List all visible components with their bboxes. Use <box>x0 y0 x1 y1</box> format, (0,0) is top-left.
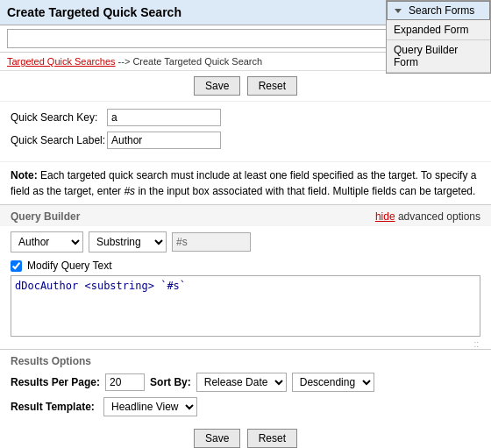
breadcrumb-link[interactable]: Targeted Quick Searches <box>7 56 116 67</box>
note-code: #s <box>124 185 135 197</box>
quick-search-key-input[interactable] <box>107 109 221 126</box>
results-per-page-row: Results Per Page: Sort By: Release Date … <box>11 373 480 392</box>
quick-search-label-label: Quick Search Label: <box>11 134 107 146</box>
operator-select[interactable]: Substring Contains Starts With Ends With <box>89 231 167 252</box>
dropdown-button-label: Search Forms <box>409 4 474 17</box>
top-reset-button[interactable]: Reset <box>247 76 297 96</box>
note-box: Note: Each targeted quick search must in… <box>0 161 491 204</box>
order-select[interactable]: Descending Ascending <box>292 373 374 392</box>
hide-link[interactable]: hide <box>375 210 395 223</box>
top-toolbar: Save Reset <box>0 71 491 102</box>
quick-search-label-row: Quick Search Label: <box>11 132 480 149</box>
query-builder-title: Query Builder <box>11 210 80 223</box>
advanced-options-label: advanced options <box>395 210 480 223</box>
modify-query-row: Modify Query Text <box>0 258 491 275</box>
form-section: Quick Search Key: Quick Search Label: <box>0 102 491 161</box>
results-per-page-label: Results Per Page: <box>11 376 100 388</box>
top-save-button[interactable]: Save <box>194 76 240 96</box>
result-template-label: Result Template: <box>11 401 98 413</box>
bottom-reset-button[interactable]: Reset <box>247 429 297 448</box>
bottom-toolbar: Save Reset <box>0 422 491 448</box>
query-value-input[interactable] <box>172 232 251 252</box>
field-select[interactable]: Author Title Subject Keywords <box>11 231 83 252</box>
page-title: Create Targeted Quick Search <box>7 5 181 19</box>
breadcrumb-current: Create Targeted Quick Search <box>132 56 262 67</box>
chevron-down-icon <box>395 9 402 13</box>
quick-search-key-row: Quick Search Key: <box>11 109 480 126</box>
query-text-area[interactable] <box>11 275 480 337</box>
note-prefix: Note: <box>11 169 38 181</box>
hide-advanced-options: hide advanced options <box>375 210 480 223</box>
query-builder-row: Author Title Subject Keywords Substring … <box>0 226 491 258</box>
query-builder-header: Query Builder hide advanced options <box>0 204 491 226</box>
modify-query-label: Modify Query Text <box>27 260 111 272</box>
breadcrumb-separator: --> <box>116 56 133 67</box>
results-options-title: Results Options <box>11 355 480 367</box>
note-text2: in the input box associated with that fi… <box>135 185 475 197</box>
query-builder-form-item[interactable]: Query Builder Form <box>387 40 490 73</box>
results-options-section: Results Options Results Per Page: Sort B… <box>0 349 491 416</box>
search-forms-dropdown: Search Forms Expanded Form Query Builder… <box>386 0 491 74</box>
resize-handle: :: <box>0 339 491 349</box>
modify-query-checkbox[interactable] <box>11 260 22 272</box>
page-header: Create Targeted Quick Search quick help … <box>0 0 491 25</box>
bottom-save-button[interactable]: Save <box>194 429 240 448</box>
quick-search-key-label: Quick Search Key: <box>11 111 107 124</box>
quick-search-label-input[interactable] <box>107 132 221 149</box>
sort-by-label: Sort By: <box>150 376 191 388</box>
expanded-form-item[interactable]: Expanded Form <box>387 20 490 40</box>
sort-by-select[interactable]: Release Date Title Author Date <box>196 373 287 392</box>
results-per-page-input[interactable] <box>105 373 145 391</box>
result-template-row: Result Template: Headline View Classic V… <box>11 397 480 416</box>
search-forms-button[interactable]: Search Forms <box>387 1 490 20</box>
result-template-select[interactable]: Headline View Classic View Full View <box>103 397 197 416</box>
